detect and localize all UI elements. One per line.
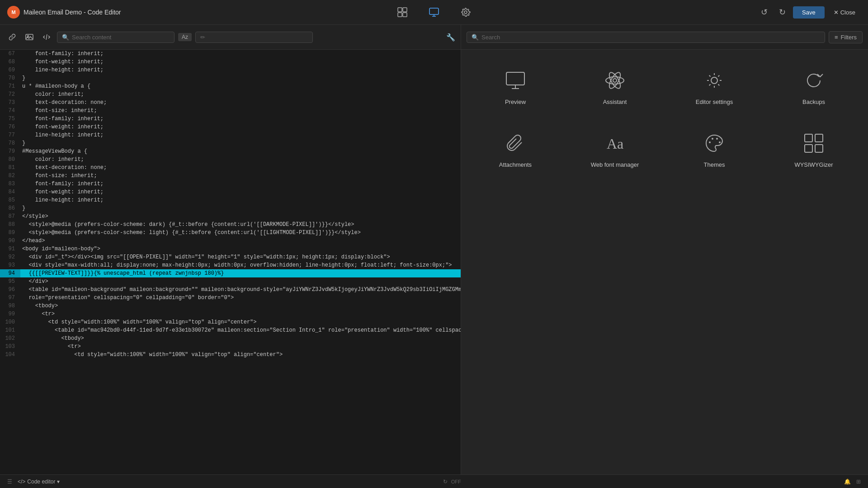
svg-point-13 bbox=[613, 79, 617, 82]
save-button[interactable]: Save bbox=[793, 6, 825, 19]
code-line[interactable]: 74 font-size: inherit; bbox=[0, 107, 461, 115]
svg-rect-1 bbox=[403, 8, 407, 12]
code-line[interactable]: 101 <table id="mac942bd0-d44f-11ed-9d7f-… bbox=[0, 326, 461, 334]
code-line[interactable]: 97 role="presentation" cellspacing="0" c… bbox=[0, 294, 461, 302]
right-search-box[interactable]: 🔍 bbox=[467, 32, 825, 43]
close-button[interactable]: ✕ Close bbox=[828, 6, 861, 19]
line-content: color: inherit; bbox=[20, 90, 461, 99]
code-line[interactable]: 89 <style>@media (prefers-color-scheme: … bbox=[0, 229, 461, 237]
line-content: #MessageViewBody a { bbox=[20, 147, 461, 155]
code-line[interactable]: 86} bbox=[0, 204, 461, 212]
search-content-input[interactable] bbox=[72, 34, 170, 41]
code-line[interactable]: 70} bbox=[0, 74, 461, 82]
code-line[interactable]: 100 <td style="width:100%" width="100%" … bbox=[0, 318, 461, 326]
code-line[interactable]: 98 <tbody> bbox=[0, 302, 461, 310]
search-content-box[interactable]: 🔍 bbox=[57, 32, 175, 43]
svg-text:Aa: Aa bbox=[607, 136, 623, 152]
code-line[interactable]: 85 line-height: inherit; bbox=[0, 196, 461, 204]
az-badge[interactable]: Az bbox=[178, 33, 192, 41]
grid-icon-status[interactable]: ⊞ bbox=[856, 479, 861, 485]
code-line[interactable]: 103 <tr> bbox=[0, 343, 461, 351]
code-line[interactable]: 93 <div style="max-width:all; display:no… bbox=[0, 261, 461, 269]
grid-item-editor-settings[interactable]: Editor settings bbox=[669, 59, 760, 113]
desktop-view-button[interactable] bbox=[427, 5, 441, 19]
line-number: 103 bbox=[0, 343, 20, 351]
code-line[interactable]: 91<body id="maileon-body"> bbox=[0, 245, 461, 253]
grid-item-web-font-manager[interactable]: AaWeb font manager bbox=[570, 122, 660, 175]
code-line[interactable]: 92 <div id="_t"></div><img src="[[OPEN-P… bbox=[0, 253, 461, 261]
line-content: </head> bbox=[20, 237, 461, 245]
code-line[interactable]: 76 font-weight: inherit; bbox=[0, 123, 461, 131]
code-line[interactable]: 72 color: inherit; bbox=[0, 90, 461, 99]
topbar-right: ↺ ↻ Save ✕ Close bbox=[757, 5, 861, 19]
search-icon-right: 🔍 bbox=[472, 34, 479, 41]
code-line[interactable]: 78} bbox=[0, 139, 461, 147]
grid-item-backups[interactable]: Backups bbox=[769, 59, 859, 113]
topbar: M Maileon Email Demo - Code Editor bbox=[0, 0, 868, 25]
grid-item-assistant[interactable]: Assistant bbox=[570, 59, 660, 113]
code-line[interactable]: 82 font-size: inherit; bbox=[0, 172, 461, 180]
link-icon[interactable] bbox=[5, 30, 19, 44]
line-number: 89 bbox=[0, 229, 20, 237]
right-search-input[interactable] bbox=[481, 34, 820, 41]
code-line[interactable]: 104 <td style="width:100%" width="100%" … bbox=[0, 351, 461, 359]
line-content: line-height: inherit; bbox=[20, 66, 461, 74]
line-number: 70 bbox=[0, 74, 20, 82]
code-line[interactable]: 80 color: inherit; bbox=[0, 155, 461, 164]
code-editor-label[interactable]: </> Code editor ▾ bbox=[18, 479, 60, 485]
line-content: font-weight: inherit; bbox=[20, 188, 461, 196]
grid-label-backups: Backups bbox=[802, 99, 825, 105]
grid-item-attachments[interactable]: Attachments bbox=[470, 122, 561, 175]
line-content: <tbody> bbox=[20, 302, 461, 310]
code-line[interactable]: 81 text-decoration: none; bbox=[0, 164, 461, 172]
filters-button[interactable]: ≡ Filters bbox=[829, 31, 863, 43]
svg-rect-25 bbox=[805, 145, 812, 152]
line-content: <td style="width:100%" width="100%" vali… bbox=[20, 318, 461, 326]
code-line[interactable]: 88 <style>@media (prefers-color-scheme: … bbox=[0, 221, 461, 229]
line-content: <table id="mac942bd0-d44f-11ed-9d7f-e33e… bbox=[20, 326, 461, 334]
grid-item-wysiwygizer[interactable]: WYSIWYGizer bbox=[769, 122, 859, 175]
code-line[interactable]: 67 font-family: inherit; bbox=[0, 50, 461, 58]
bell-icon[interactable]: 🔔 bbox=[844, 479, 851, 485]
line-number: 72 bbox=[0, 90, 20, 99]
hamburger-icon[interactable]: ☰ bbox=[7, 479, 12, 485]
code-icon[interactable] bbox=[40, 30, 53, 44]
svg-rect-23 bbox=[805, 134, 812, 142]
code-line[interactable]: 75 font-family: inherit; bbox=[0, 115, 461, 123]
code-line[interactable]: 84 font-weight: inherit; bbox=[0, 188, 461, 196]
line-number: 79 bbox=[0, 147, 20, 155]
image-icon[interactable] bbox=[23, 30, 36, 44]
grid-label-attachments: Attachments bbox=[499, 161, 532, 168]
line-content: color: inherit; bbox=[20, 155, 461, 164]
wrench-icon[interactable]: 🔧 bbox=[446, 33, 455, 42]
code-line[interactable]: 79#MessageViewBody a { bbox=[0, 147, 461, 155]
grid-item-preview[interactable]: Preview bbox=[470, 59, 561, 113]
line-content: <style>@media (prefers-color-scheme: dar… bbox=[20, 221, 461, 229]
line-number: 83 bbox=[0, 180, 20, 188]
code-line[interactable]: 73 text-decoration: none; bbox=[0, 99, 461, 107]
code-line[interactable]: 96 <table id="maileon-background" maileo… bbox=[0, 286, 461, 294]
redo-button[interactable]: ↻ bbox=[775, 5, 789, 19]
undo-button[interactable]: ↺ bbox=[757, 5, 771, 19]
code-area[interactable]: 67 font-family: inherit;68 font-weight: … bbox=[0, 50, 461, 474]
code-line[interactable]: 90</head> bbox=[0, 237, 461, 245]
code-line[interactable]: 83 font-family: inherit; bbox=[0, 180, 461, 188]
pencil-box: ✏ bbox=[195, 32, 313, 43]
line-number: 104 bbox=[0, 351, 20, 359]
code-line[interactable]: 102 <tbody> bbox=[0, 334, 461, 343]
right-grid: PreviewAssistantEditor settingsBackupsAt… bbox=[461, 50, 868, 184]
code-line[interactable]: 95 </div> bbox=[0, 277, 461, 286]
code-line[interactable]: 77 line-height: inherit; bbox=[0, 131, 461, 139]
code-line[interactable]: 68 font-weight: inherit; bbox=[0, 58, 461, 66]
settings-button[interactable] bbox=[459, 5, 472, 19]
code-line[interactable]: 99 <tr> bbox=[0, 310, 461, 318]
line-number: 101 bbox=[0, 326, 20, 334]
code-line[interactable]: 94 {{[[PREVIEW-TEXT]]}}{% unescape_html … bbox=[0, 269, 461, 277]
code-line[interactable]: 87</style> bbox=[0, 212, 461, 221]
svg-rect-8 bbox=[26, 34, 33, 40]
code-line[interactable]: 71u * #maileon-body a { bbox=[0, 82, 461, 90]
code-line[interactable]: 69 line-height: inherit; bbox=[0, 66, 461, 74]
line-number: 67 bbox=[0, 50, 20, 58]
grid-item-themes[interactable]: Themes bbox=[669, 122, 760, 175]
grid-view-button[interactable] bbox=[396, 5, 409, 19]
